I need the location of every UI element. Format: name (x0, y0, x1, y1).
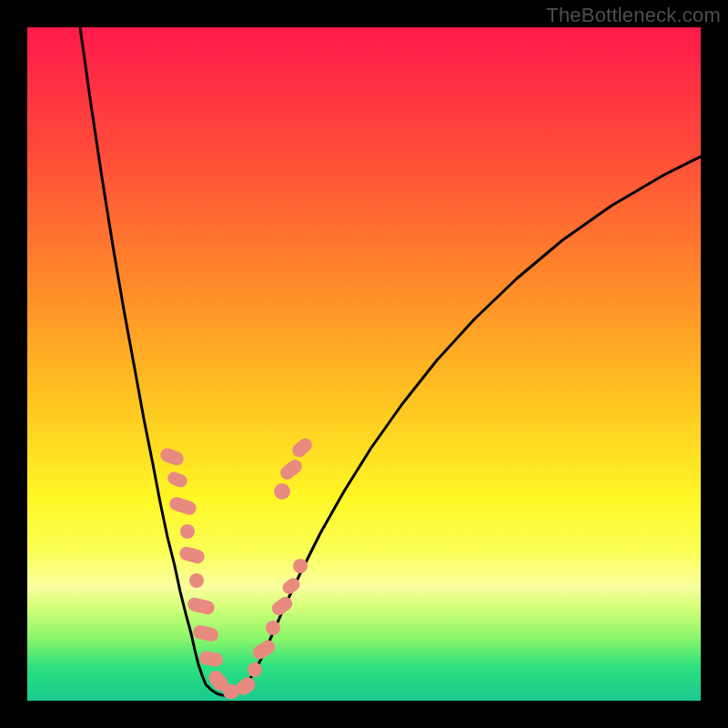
data-marker (274, 483, 290, 500)
chart-svg (27, 27, 701, 701)
data-marker (198, 650, 224, 667)
data-marker (177, 545, 206, 565)
data-marker (248, 662, 262, 677)
data-marker (158, 447, 186, 468)
data-marker (250, 638, 278, 662)
data-marker (187, 596, 217, 616)
data-marker (189, 573, 204, 588)
data-marker (278, 457, 305, 482)
data-marker (192, 624, 220, 642)
plot-area (27, 27, 701, 701)
watermark-text: TheBottleneck.com (546, 4, 721, 27)
data-marker (167, 495, 197, 517)
data-marker (293, 559, 308, 573)
data-marker (266, 621, 280, 635)
bottleneck-curve (80, 27, 701, 695)
data-marker (166, 470, 188, 490)
data-marker (180, 524, 195, 539)
data-marker (289, 436, 315, 460)
chart-frame: TheBottleneck.com (0, 0, 728, 728)
